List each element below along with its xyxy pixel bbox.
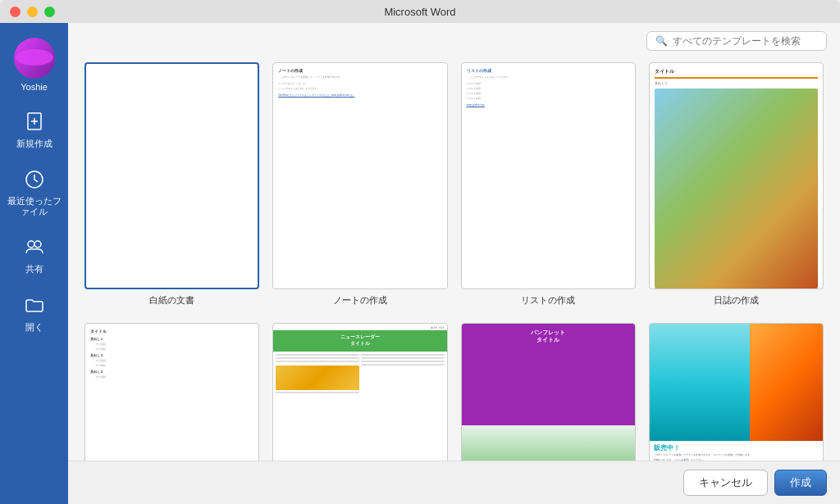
template-flyer[interactable]: 販売中！ このテンプレートを使用してチラシを作成できます。コンテンツを追加して印… bbox=[649, 323, 824, 461]
sidebar: Yoshie 新規作成 最近使ったファイル bbox=[0, 23, 68, 504]
search-box[interactable]: 🔍 bbox=[646, 31, 827, 51]
search-icon: 🔍 bbox=[655, 35, 668, 47]
template-label-note: ノートの作成 bbox=[333, 294, 387, 306]
template-list[interactable]: リストの作成 ・ここにテキストを入力してください □ リスト項目 □ リスト項目… bbox=[461, 62, 636, 306]
template-thumb-newsletter: 第1号 · 日付 ニュースレーダータイトル bbox=[272, 323, 447, 461]
sidebar-item-label-shared: 共有 bbox=[25, 263, 43, 275]
template-journal[interactable]: タイトル 見出し１ 日誌の作成 bbox=[649, 62, 824, 306]
template-thumb-note: ノートの作成 ・このテンプレートを使用して、ノートを作成できます。 ヘッダーをク… bbox=[272, 62, 447, 289]
templates-grid: 白紙の文書 ノートの作成 ・このテンプレートを使用して、ノートを作成できます。 … bbox=[68, 56, 840, 461]
cancel-button[interactable]: キャンセル bbox=[683, 470, 768, 496]
sidebar-item-label-new: 新規作成 bbox=[16, 138, 52, 150]
search-input[interactable] bbox=[673, 35, 818, 47]
template-thumb-outline: タイトル 見出し１ ・サブ項目 ・サブ項目 見出し２ ・サブ項目 ・サブ項目 見… bbox=[84, 323, 259, 461]
sidebar-item-recent[interactable]: 最近使ったファイル bbox=[0, 158, 68, 225]
template-thumb-flyer: 販売中！ このテンプレートを使用してチラシを作成できます。コンテンツを追加して印… bbox=[649, 323, 824, 461]
sidebar-item-shared[interactable]: 共有 bbox=[0, 225, 68, 284]
shared-icon bbox=[21, 234, 48, 260]
close-button[interactable] bbox=[10, 7, 21, 17]
maximize-button[interactable] bbox=[44, 7, 55, 17]
template-label-blank: 白紙の文書 bbox=[149, 294, 194, 306]
sidebar-item-new[interactable]: 新規作成 bbox=[0, 100, 68, 158]
sidebar-item-label-open: 開く bbox=[25, 321, 43, 334]
new-file-icon bbox=[21, 108, 48, 134]
template-newsletter[interactable]: 第1号 · 日付 ニュースレーダータイトル bbox=[272, 323, 447, 461]
template-thumb-list: リストの作成 ・ここにテキストを入力してください □ リスト項目 □ リスト項目… bbox=[461, 62, 636, 289]
main-header: 🔍 bbox=[68, 23, 840, 56]
journal-title: タイトル bbox=[655, 68, 818, 75]
main-area: 🔍 白紙の文書 ノートの作成 ・このテンプレートを使用して、ノートを作成できます… bbox=[68, 23, 840, 504]
user-name: Yoshie bbox=[21, 82, 48, 92]
svg-point-4 bbox=[28, 241, 34, 247]
sidebar-item-user[interactable]: Yoshie bbox=[0, 30, 68, 100]
app-body: Yoshie 新規作成 最近使ったファイル bbox=[0, 23, 840, 504]
template-label-list: リストの作成 bbox=[521, 294, 575, 306]
folder-icon bbox=[21, 292, 48, 318]
app-title: Microsoft Word bbox=[384, 6, 455, 18]
svg-point-5 bbox=[34, 241, 41, 247]
sidebar-item-label-recent: 最近使ったファイル bbox=[3, 196, 65, 217]
create-button[interactable]: 作成 bbox=[774, 470, 827, 496]
template-thumb-blank bbox=[84, 62, 259, 289]
title-bar: Microsoft Word bbox=[0, 0, 840, 23]
minimize-button[interactable] bbox=[27, 7, 38, 17]
clock-icon bbox=[21, 166, 48, 193]
template-outline[interactable]: タイトル 見出し１ ・サブ項目 ・サブ項目 見出し２ ・サブ項目 ・サブ項目 見… bbox=[84, 323, 259, 461]
footer: キャンセル 作成 bbox=[68, 461, 840, 504]
template-note[interactable]: ノートの作成 ・このテンプレートを使用して、ノートを作成できます。 ヘッダーをク… bbox=[272, 62, 447, 306]
template-label-journal: 日誌の作成 bbox=[714, 294, 759, 306]
template-thumb-pamphlet: パンフレットタイトル サブタイトル このテンプレートのテキストを入力してください… bbox=[461, 323, 636, 461]
window-controls[interactable] bbox=[10, 7, 55, 17]
template-blank[interactable]: 白紙の文書 bbox=[84, 62, 259, 306]
template-thumb-journal: タイトル 見出し１ bbox=[649, 62, 824, 289]
avatar bbox=[14, 38, 55, 79]
sidebar-item-open[interactable]: 開く bbox=[0, 284, 68, 342]
template-pamphlet[interactable]: パンフレットタイトル サブタイトル このテンプレートのテキストを入力してください… bbox=[461, 323, 636, 461]
